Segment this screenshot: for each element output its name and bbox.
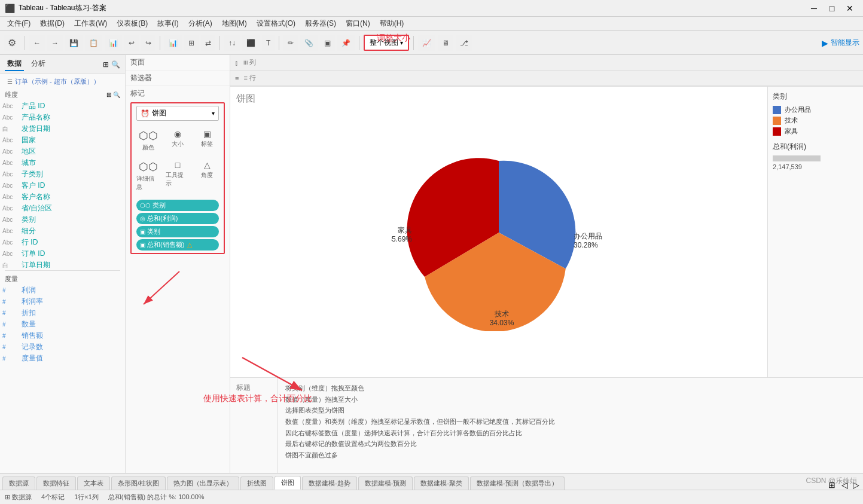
menu-story[interactable]: 故事(I) bbox=[153, 17, 183, 30]
dimensions-list: Abc产品 ID Abc产品名称 白发货日期 Abc国家 Abc地区 Abc城市… bbox=[0, 100, 125, 268]
tab-model-trend[interactable]: 数据建模-趋势 bbox=[302, 476, 357, 490]
menu-help[interactable]: 帮助(H) bbox=[375, 17, 409, 30]
mark-detail-btn[interactable]: ⬡⬡ 详细信息 bbox=[135, 158, 161, 194]
view-fit-button[interactable]: 整个视图 ▾ bbox=[364, 35, 409, 51]
tab-model-export[interactable]: 数据建模-预测（数据导出） bbox=[470, 476, 565, 490]
menu-data[interactable]: 数据(D) bbox=[35, 17, 69, 30]
dim-row-id[interactable]: Abc行 ID bbox=[0, 237, 125, 248]
toolbar-sep-1 bbox=[25, 36, 25, 50]
dim-segment[interactable]: Abc细分 bbox=[0, 225, 125, 237]
toolbar-paste[interactable]: 📊 bbox=[105, 35, 122, 51]
toolbar-sort-asc[interactable]: ↑↓ bbox=[224, 35, 240, 51]
tab-text[interactable]: 文本表 bbox=[77, 476, 110, 490]
toolbar-save[interactable]: 💾 bbox=[65, 35, 83, 51]
tab-heatmap[interactable]: 热力图（出显示表） bbox=[167, 476, 239, 490]
tooltip-icon: □ bbox=[175, 160, 180, 170]
toolbar-copy[interactable]: 📋 bbox=[85, 35, 102, 51]
toolbar-undo[interactable]: ↩ bbox=[124, 35, 139, 51]
tab-data-char[interactable]: 数据特征 bbox=[36, 476, 76, 490]
toolbar-swap[interactable]: ⇄ bbox=[201, 35, 215, 51]
dim-region[interactable]: Abc地区 bbox=[0, 146, 125, 157]
menu-server[interactable]: 服务器(S) bbox=[300, 17, 341, 30]
tab-data[interactable]: 数据 bbox=[5, 57, 24, 71]
dim-province[interactable]: Abc省/自治区 bbox=[0, 203, 125, 214]
meas-record-count[interactable]: #记录数 bbox=[0, 341, 125, 353]
tab-datasource[interactable]: 数据源 bbox=[2, 476, 35, 490]
minimize-button[interactable]: ─ bbox=[806, 2, 822, 14]
dimension-grid-icon[interactable]: ⊞ bbox=[106, 91, 111, 98]
tab-bar[interactable]: 条形图/柱状图 bbox=[111, 476, 166, 490]
toolbar-back[interactable]: ← bbox=[29, 35, 45, 51]
toolbar-share[interactable]: ⎇ bbox=[456, 35, 472, 51]
toolbar-group[interactable]: ⬛ bbox=[242, 35, 260, 51]
mark-tag-profit-size[interactable]: ◎ 总和(利润) bbox=[136, 213, 219, 224]
toolbar-frame[interactable]: ▣ bbox=[320, 35, 335, 51]
meas-sales[interactable]: #销售额 bbox=[0, 330, 125, 341]
toolbar-redo[interactable]: ↪ bbox=[141, 35, 155, 51]
mark-tag-category-label[interactable]: ▣ 类别 bbox=[136, 226, 219, 237]
menu-format[interactable]: 设置格式(O) bbox=[252, 17, 300, 30]
toolbar-forward[interactable]: → bbox=[47, 35, 63, 51]
menu-map[interactable]: 地图(M) bbox=[217, 17, 252, 30]
datasource-status[interactable]: ⊞ 数据源 bbox=[5, 493, 32, 502]
menu-window[interactable]: 窗口(N) bbox=[341, 17, 375, 30]
mark-color-btn[interactable]: ⬡⬡ 颜色 bbox=[135, 127, 161, 154]
toolbar-home[interactable]: ⚙ bbox=[4, 35, 20, 51]
toolbar-clip[interactable]: 📎 bbox=[300, 35, 318, 51]
marks-type-dropdown[interactable]: ⏰ 饼图 ▾ bbox=[136, 106, 219, 121]
dim-customer-id[interactable]: Abc客户 ID bbox=[0, 180, 125, 191]
toolbar-sep-4 bbox=[279, 36, 279, 50]
dim-city[interactable]: Abc城市 bbox=[0, 157, 125, 169]
mark-size-btn[interactable]: ◉ 大小 bbox=[164, 127, 190, 154]
pie-chart-container: 办公用品 30.28% 技术 34.03% 家具 35.69% bbox=[236, 109, 761, 364]
dim-order-id[interactable]: Abc订单 ID bbox=[0, 248, 125, 259]
tab-model-forecast[interactable]: 数据建模-预测 bbox=[358, 476, 413, 490]
toolbar-monitor[interactable]: 🖥 bbox=[438, 35, 453, 51]
data-source-icon: ☰ bbox=[7, 78, 13, 85]
smart-display-label[interactable]: 智能显示 bbox=[831, 38, 859, 48]
dim-product-name[interactable]: Abc产品名称 bbox=[0, 112, 125, 123]
dimension-search-icon[interactable]: 🔍 bbox=[113, 91, 120, 98]
toolbar-pin[interactable]: 📌 bbox=[337, 35, 355, 51]
mark-tag-sales-label[interactable]: ▣ 总和(销售额) △ bbox=[136, 239, 219, 251]
dim-subcategory[interactable]: Abc子类别 bbox=[0, 169, 125, 180]
mark-tooltip-btn[interactable]: □ 工具提示 bbox=[164, 158, 190, 194]
dim-country[interactable]: Abc国家 bbox=[0, 135, 125, 146]
meas-profit-rate[interactable]: #利润率 bbox=[0, 296, 125, 307]
tab-pie[interactable]: 饼图 bbox=[275, 476, 301, 490]
panel-search-icon[interactable]: 🔍 bbox=[111, 60, 120, 69]
toolbar-chart-type[interactable]: 📈 bbox=[418, 35, 435, 51]
dim-customer-name[interactable]: Abc客户名称 bbox=[0, 191, 125, 203]
maximize-button[interactable]: □ bbox=[824, 2, 840, 14]
instruction-4: 数值（度量）和类别（维度）拖拽至标记显示数值，但饼图一般不标记绝度值，其标记百分… bbox=[285, 416, 856, 427]
menu-dashboard[interactable]: 仪表板(B) bbox=[112, 17, 153, 30]
dim-product-id[interactable]: Abc产品 ID bbox=[0, 100, 125, 112]
tab-line[interactable]: 折线图 bbox=[240, 476, 273, 490]
menu-analysis[interactable]: 分析(A) bbox=[184, 17, 217, 30]
meas-profit[interactable]: #利润 bbox=[0, 285, 125, 296]
menu-file[interactable]: 文件(F) bbox=[2, 17, 35, 30]
toolbar-show-all[interactable]: ⊞ bbox=[184, 35, 199, 51]
data-source-item[interactable]: ☰ 订单（示例 - 超市（原版）） bbox=[5, 77, 120, 87]
tag-size-icon: ◎ bbox=[140, 215, 145, 222]
toolbar-bar[interactable]: 📊 bbox=[164, 35, 182, 51]
mark-angle-btn[interactable]: △ 角度 bbox=[194, 158, 220, 194]
dim-category[interactable]: Abc类别 bbox=[0, 214, 125, 225]
dim-order-date[interactable]: 白订单日期 bbox=[0, 259, 125, 268]
menu-bar: 文件(F) 数据(D) 工作表(W) 仪表板(B) 故事(I) 分析(A) 地图… bbox=[0, 17, 863, 31]
mark-label-btn[interactable]: ▣ 标签 bbox=[194, 127, 220, 154]
tab-analysis[interactable]: 分析 bbox=[29, 57, 48, 71]
panel-grid-icon[interactable]: ⊞ bbox=[103, 60, 109, 69]
toolbar-label[interactable]: T bbox=[262, 35, 275, 51]
tab-model-cluster[interactable]: 数据建模-聚类 bbox=[414, 476, 469, 490]
close-button[interactable]: ✕ bbox=[841, 2, 858, 14]
legend-sum-label: 总和(利润) bbox=[773, 142, 858, 152]
menu-worksheet[interactable]: 工作表(W) bbox=[69, 17, 112, 30]
meas-measure-values[interactable]: #度量值 bbox=[0, 353, 125, 364]
meas-quantity[interactable]: #数量 bbox=[0, 319, 125, 330]
toolbar-pen[interactable]: ✏ bbox=[283, 35, 298, 51]
dim-ship-date[interactable]: 白发货日期 bbox=[0, 123, 125, 135]
mark-tag-category-color[interactable]: ⬡⬡ 类别 bbox=[136, 200, 219, 211]
marks-header: ⏰ 饼图 ▾ bbox=[132, 103, 224, 123]
meas-discount[interactable]: #折扣 bbox=[0, 307, 125, 319]
